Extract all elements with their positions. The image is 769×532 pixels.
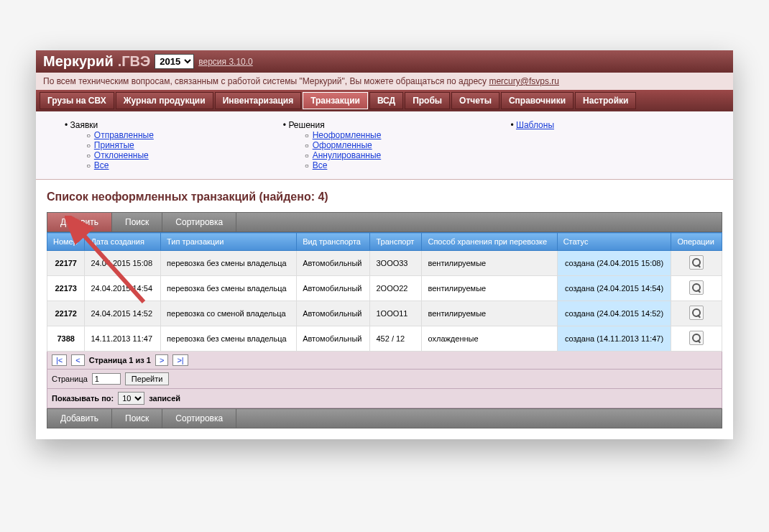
subnav-link[interactable]: Неоформленные [313, 130, 382, 140]
cell-status: создана (24.04.2015 14:54) [557, 276, 671, 301]
cell-status: создана (14.11.2013 11:47) [557, 326, 671, 352]
subnav-link[interactable]: Отклоненные [94, 150, 149, 160]
table-header: Статус [557, 233, 671, 251]
pager-perpage: Показывать по: 10 записей [47, 389, 722, 408]
support-text: По всем техническим вопросам, связанным … [43, 76, 489, 86]
nav-tab[interactable]: Справочники [501, 92, 574, 109]
perpage-suffix: записей [149, 394, 180, 403]
pager-goto: Страница Перейти [47, 370, 722, 389]
cell-status: создана (24.04.2015 14:52) [557, 301, 671, 326]
table-header: Способ хранения при перевозке [422, 233, 557, 251]
cell-transport: 1ООО11 [370, 301, 422, 326]
year-select[interactable]: 2015 [155, 54, 194, 69]
table-row: 738814.11.2013 11:47перевозка без смены … [47, 326, 722, 352]
cell-num: 22172 [47, 301, 85, 326]
table-header: Вид транспорта [297, 233, 370, 251]
add-button-bottom[interactable]: Добавить [47, 409, 112, 428]
cell-num: 7388 [47, 326, 85, 352]
subnav-link[interactable]: Отправленные [94, 130, 154, 140]
cell-ops [671, 251, 722, 276]
view-icon[interactable] [689, 331, 704, 345]
pager-last[interactable]: >| [172, 354, 188, 366]
templates-link[interactable]: Шаблоны [516, 120, 554, 130]
nav-tab[interactable]: Инвентаризация [215, 92, 302, 109]
page-input[interactable] [92, 373, 121, 385]
page-label: Страница [52, 375, 88, 383]
app-title-main: Меркурий [43, 53, 114, 70]
cell-date: 24.04.2015 14:52 [85, 301, 161, 326]
cell-ops [671, 301, 722, 326]
cell-type: перевозка без смены владельца [161, 326, 297, 352]
pager-text: Страница 1 из 1 [89, 356, 151, 364]
view-icon[interactable] [689, 255, 704, 270]
cell-date: 14.11.2013 11:47 [85, 326, 161, 352]
table-row: 2217724.04.2015 15:08перевозка без смены… [47, 251, 722, 276]
subnav-col-requests: Заявки ОтправленныеПринятыеОтклоненныеВс… [65, 120, 154, 170]
cell-transport-kind: Автомобильный [297, 251, 370, 276]
nav-tab[interactable]: Отчеты [451, 92, 499, 109]
support-email[interactable]: mercury@fsvps.ru [489, 76, 559, 86]
cell-transport-kind: Автомобильный [297, 326, 370, 352]
cell-date: 24.04.2015 15:08 [85, 251, 161, 276]
cell-type: перевозка без смены владельца [161, 251, 297, 276]
cell-transport-kind: Автомобильный [297, 301, 370, 326]
pager-prev[interactable]: < [71, 354, 84, 366]
cell-status: создана (24.04.2015 15:08) [557, 251, 671, 276]
subnav-col-decisions: Решения НеоформленныеОформленныеАннулиро… [283, 120, 382, 170]
table-header: Номер [47, 233, 85, 251]
perpage-select[interactable]: 10 [118, 392, 144, 405]
cell-storage: вентилируемые [422, 251, 557, 276]
nav-tab[interactable]: Пробы [405, 92, 450, 109]
subnav-col-templates: Шаблоны [510, 120, 554, 170]
perpage-label: Показывать по: [52, 394, 114, 403]
pager-first[interactable]: |< [52, 354, 67, 366]
cell-date: 24.04.2015 14:54 [85, 276, 161, 301]
cell-transport: 3ООО33 [370, 251, 422, 276]
table-header: Дата создания [85, 233, 161, 251]
nav-tab[interactable]: Транзакции [303, 92, 368, 109]
subnav-title: Решения [283, 120, 382, 130]
cell-ops [671, 326, 722, 352]
view-icon[interactable] [689, 280, 704, 295]
pager-nav: |< < Страница 1 из 1 > >| [47, 352, 722, 370]
table-row: 2217324.04.2015 14:54перевозка без смены… [47, 276, 722, 301]
search-button-bottom[interactable]: Поиск [112, 409, 162, 428]
cell-transport: 2ООО22 [370, 276, 422, 301]
add-button[interactable]: Добавить [47, 213, 112, 231]
cell-storage: вентилируемые [422, 276, 557, 301]
subnav-link[interactable]: Все [94, 160, 109, 170]
sort-button-bottom[interactable]: Сортировка [162, 409, 236, 428]
cell-num: 22177 [47, 251, 85, 276]
view-icon[interactable] [689, 306, 704, 320]
table-header: Тип транзакции [161, 233, 297, 251]
page-title: Список неоформленных транзакций (найдено… [47, 191, 722, 203]
cell-num: 22173 [47, 276, 85, 301]
nav-tab[interactable]: Журнал продукции [116, 92, 213, 109]
pager-next[interactable]: > [155, 354, 168, 366]
sort-button[interactable]: Сортировка [162, 213, 236, 231]
subnav-link[interactable]: Все [313, 160, 328, 170]
cell-storage: охлажденные [422, 326, 557, 352]
support-bar: По всем техническим вопросам, связанным … [36, 73, 733, 90]
go-button[interactable]: Перейти [125, 372, 170, 385]
subnav-link[interactable]: Оформленные [313, 140, 372, 150]
cell-type: перевозка без смены владельца [161, 276, 297, 301]
cell-type: перевозка со сменой владельца [161, 301, 297, 326]
nav-tabs: Грузы на СВХЖурнал продукцииИнвентаризац… [36, 90, 733, 111]
nav-tab[interactable]: Грузы на СВХ [40, 92, 114, 109]
subnav-title: Заявки [65, 120, 154, 130]
version-link[interactable]: версия 3.10.0 [198, 57, 253, 67]
cell-transport: 452 / 12 [370, 326, 422, 352]
cell-storage: вентилируемые [422, 301, 557, 326]
subnav-link[interactable]: Аннулированные [313, 150, 382, 160]
cell-ops [671, 276, 722, 301]
table-row: 2217224.04.2015 14:52перевозка со сменой… [47, 301, 722, 326]
nav-tab[interactable]: ВСД [369, 92, 403, 109]
toolbar-top: Добавить Поиск Сортировка [47, 212, 722, 232]
nav-tab[interactable]: Настройки [575, 92, 636, 109]
toolbar-bottom: Добавить Поиск Сортировка [47, 408, 722, 428]
search-button[interactable]: Поиск [112, 213, 162, 231]
subnav-link[interactable]: Принятые [94, 140, 134, 150]
transactions-table: НомерДата созданияТип транзакцииВид тран… [47, 232, 722, 352]
subnav: Заявки ОтправленныеПринятыеОтклоненныеВс… [36, 111, 733, 180]
